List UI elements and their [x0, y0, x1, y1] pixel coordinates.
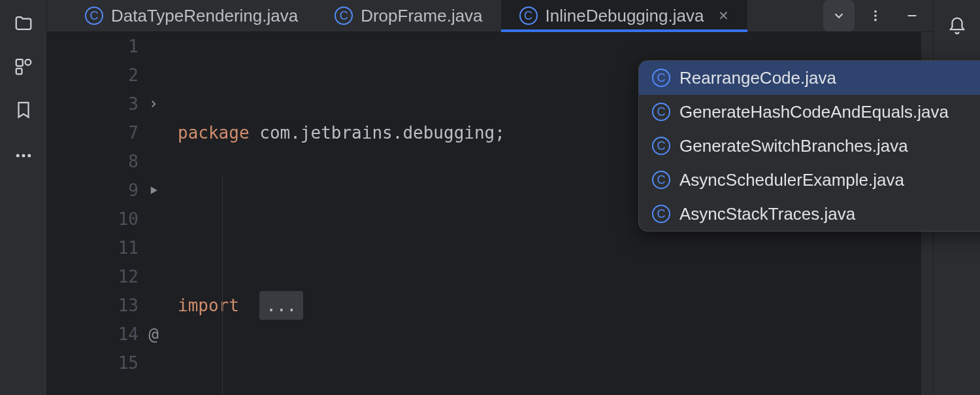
- java-class-icon: C: [519, 7, 538, 25]
- line-number: 13: [106, 296, 139, 315]
- java-class-icon: C: [652, 171, 670, 189]
- override-gutter-icon[interactable]: @: [139, 324, 169, 344]
- svg-point-3: [16, 154, 19, 158]
- line-number: 12: [106, 267, 139, 286]
- java-class-icon: C: [652, 103, 670, 121]
- tab-bar: C DataTypeRendering.java C DropFrame.jav…: [47, 0, 933, 32]
- dropdown-item[interactable]: C GenerateHashCodeAndEquals.java ✕: [639, 95, 980, 129]
- line-number: 8: [106, 152, 139, 171]
- line-number: 3: [106, 94, 139, 114]
- tab-label: InlineDebugging.java: [546, 6, 704, 26]
- dropdown-item-label: AsyncStackTraces.java: [679, 204, 855, 224]
- left-sidebar: [0, 0, 47, 395]
- line-number: 2: [106, 65, 139, 85]
- java-class-icon: C: [335, 7, 353, 25]
- dropdown-item[interactable]: C RearrangeCode.java ✕: [639, 61, 980, 95]
- line-number: 9: [106, 180, 139, 200]
- dropdown-item-label: RearrangeCode.java: [679, 68, 836, 88]
- line-number: 11: [106, 238, 139, 258]
- line-number: 14: [106, 324, 139, 344]
- fold-chevron-icon[interactable]: [139, 98, 169, 110]
- dropdown-item-label: GenerateHashCodeAndEquals.java: [679, 102, 949, 122]
- kw-package: package: [178, 118, 250, 147]
- svg-rect-2: [16, 69, 22, 75]
- svg-point-6: [874, 10, 877, 13]
- svg-rect-1: [25, 60, 31, 65]
- tab-1[interactable]: C DropFrame.java: [316, 0, 500, 31]
- tab-0[interactable]: C DataTypeRendering.java: [67, 0, 316, 31]
- line-number: 7: [106, 123, 139, 143]
- tab-2[interactable]: C InlineDebugging.java ✕: [501, 0, 748, 31]
- main-area: C DataTypeRendering.java C DropFrame.jav…: [47, 0, 933, 395]
- run-gutter-icon[interactable]: [139, 184, 169, 197]
- bookmarks-icon[interactable]: [13, 99, 34, 120]
- show-hidden-tabs-button[interactable]: [823, 0, 855, 31]
- folded-region[interactable]: ...: [259, 291, 303, 320]
- tab-actions: [823, 0, 933, 31]
- close-tab-icon[interactable]: ✕: [718, 8, 729, 24]
- svg-point-4: [22, 154, 25, 158]
- kw-import: import: [178, 291, 239, 320]
- code-text: com.jetbrains.debugging;: [250, 118, 505, 147]
- java-class-icon: C: [85, 7, 103, 25]
- svg-point-8: [874, 19, 877, 22]
- line-number: 1: [106, 37, 139, 56]
- dropdown-item[interactable]: C AsyncStackTraces.java ✕: [639, 197, 980, 231]
- dropdown-item[interactable]: C GenerateSwitchBranches.java ✕: [639, 129, 980, 163]
- line-number: 10: [106, 209, 139, 229]
- line-number: 15: [106, 353, 139, 373]
- tab-label: DropFrame.java: [361, 6, 482, 26]
- gutter: 1 2 3 7 8 9 10 11 12 13 14@ 15: [47, 32, 178, 395]
- dropdown-item-label: AsyncSchedulerExample.java: [679, 170, 904, 190]
- minimize-icon[interactable]: [896, 0, 928, 31]
- dropdown-item-label: GenerateSwitchBranches.java: [679, 136, 908, 156]
- tab-options-icon[interactable]: [860, 0, 891, 31]
- hidden-tabs-dropdown: C RearrangeCode.java ✕ C GenerateHashCod…: [638, 60, 980, 232]
- structure-icon[interactable]: [13, 56, 34, 77]
- tab-label: DataTypeRendering.java: [111, 6, 298, 26]
- svg-rect-0: [16, 60, 22, 66]
- java-class-icon: C: [652, 205, 670, 223]
- notifications-icon[interactable]: [947, 16, 968, 37]
- project-icon[interactable]: [13, 13, 34, 34]
- svg-point-5: [27, 154, 31, 158]
- java-class-icon: C: [652, 69, 670, 87]
- svg-point-7: [874, 14, 877, 17]
- dropdown-item[interactable]: C AsyncSchedulerExample.java ✕: [639, 163, 980, 197]
- more-icon[interactable]: [13, 145, 34, 166]
- java-class-icon: C: [652, 137, 670, 155]
